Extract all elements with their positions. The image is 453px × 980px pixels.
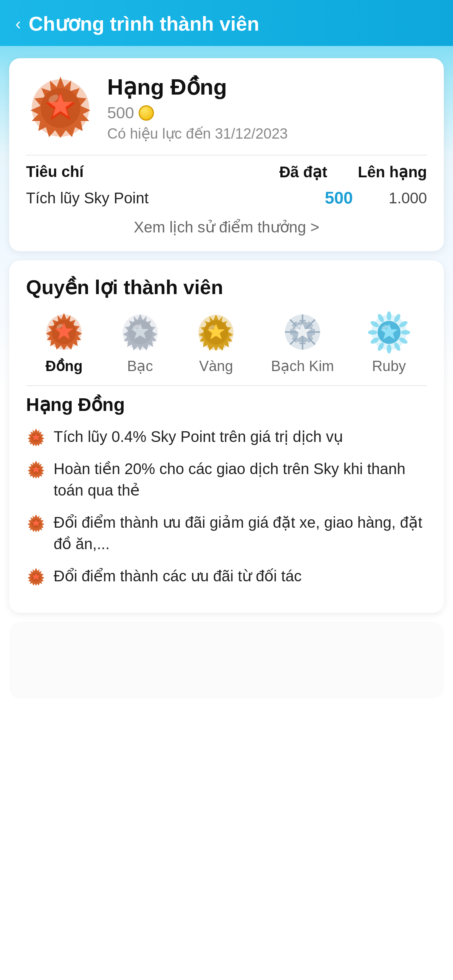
rank-valid: Có hiệu lực đến 31/12/2023 xyxy=(107,125,427,142)
benefit-icon-4 xyxy=(26,567,46,587)
tier-divider xyxy=(26,385,427,386)
svg-point-32 xyxy=(401,330,410,335)
tier-dong-label: Đồng xyxy=(46,358,83,375)
benefit-text-3: Đổi điểm thành ưu đãi giảm giá đặt xe, g… xyxy=(54,512,427,555)
benefit-text-4: Đổi điểm thành các ưu đãi từ đối tác xyxy=(54,565,427,587)
rank-name: Hạng Đồng xyxy=(107,74,427,100)
rank-detail-title: Hạng Đồng xyxy=(26,394,427,415)
card-divider-1 xyxy=(26,155,427,155)
history-link[interactable]: Xem lịch sử điểm thưởng > xyxy=(26,218,427,236)
benefit-item-1: Tích lũy 0.4% Sky Point trên giá trị dịc… xyxy=(26,426,427,447)
rank-points: 500 xyxy=(107,104,427,122)
benefit-text-1: Tích lũy 0.4% Sky Point trên giá trị dịc… xyxy=(54,426,427,447)
tier-bachkim[interactable]: Bạch Kim xyxy=(271,311,334,375)
criteria-row: Tích lũy Sky Point 500 1.000 xyxy=(26,188,427,208)
rank-row: Hạng Đồng 500 Có hiệu lực đến 31/12/2023 xyxy=(26,74,427,142)
benefit-item-4: Đổi điểm thành các ưu đãi từ đối tác xyxy=(26,565,427,587)
svg-point-38 xyxy=(368,330,377,335)
tier-ruby[interactable]: Ruby xyxy=(368,311,410,375)
tier-dong[interactable]: Đồng xyxy=(43,311,85,375)
faded-card xyxy=(9,622,444,699)
tier-bac[interactable]: Bạc xyxy=(119,311,161,375)
criteria-achieved: 500 xyxy=(320,188,358,208)
criteria-upgrade: 1.000 xyxy=(389,190,427,207)
benefit-text-2: Hoàn tiền 20% cho các giao dịch trên Sky… xyxy=(54,458,427,501)
coin-icon xyxy=(139,105,154,121)
svg-point-35 xyxy=(387,344,391,353)
criteria-col3: Lên hạng xyxy=(358,163,427,181)
benefit-icon-3 xyxy=(26,513,46,533)
back-button[interactable]: ‹ xyxy=(15,15,21,32)
page-header: ‹ Chương trình thành viên xyxy=(0,0,453,46)
tiers-row: Đồng Bạc Vàng xyxy=(26,311,427,375)
rank-info: Hạng Đồng 500 Có hiệu lực đến 31/12/2023 xyxy=(107,74,427,142)
criteria-values: 500 1.000 xyxy=(320,188,427,208)
criteria-header: Tiêu chí Đã đạt Lên hạng xyxy=(26,163,427,181)
tier-bachkim-label: Bạch Kim xyxy=(271,358,334,375)
benefit-item-2: Hoàn tiền 20% cho các giao dịch trên Sky… xyxy=(26,458,427,501)
tier-vang-label: Vàng xyxy=(199,358,233,375)
member-card: Hạng Đồng 500 Có hiệu lực đến 31/12/2023… xyxy=(9,58,444,251)
tier-vang[interactable]: Vàng xyxy=(195,311,237,375)
benefits-title: Quyền lợi thành viên xyxy=(26,276,427,299)
benefits-section: Quyền lợi thành viên Đồng Bạc xyxy=(9,260,444,613)
rank-badge xyxy=(26,74,95,142)
benefit-icon-2 xyxy=(26,460,46,479)
criteria-label: Tích lũy Sky Point xyxy=(26,190,149,207)
criteria-col2: Đã đạt xyxy=(279,163,327,181)
svg-point-29 xyxy=(387,311,391,321)
tier-bac-label: Bạc xyxy=(127,358,153,375)
criteria-col1: Tiêu chí xyxy=(26,163,83,181)
benefit-icon-1 xyxy=(26,427,46,447)
benefit-item-3: Đổi điểm thành ưu đãi giảm giá đặt xe, g… xyxy=(26,512,427,555)
page-title: Chương trình thành viên xyxy=(29,12,259,35)
tier-ruby-label: Ruby xyxy=(372,358,406,375)
